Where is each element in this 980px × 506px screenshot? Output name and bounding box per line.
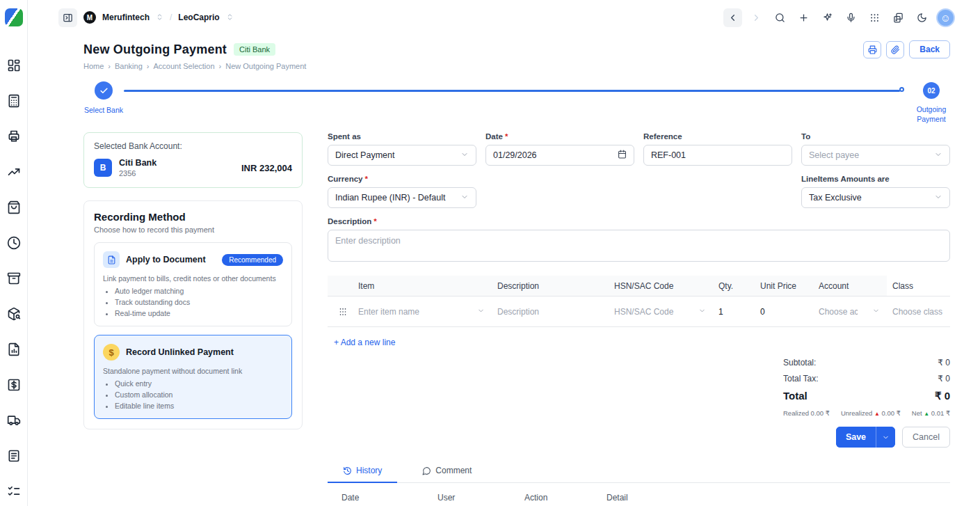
- net-value: 0.01 ₹: [931, 409, 950, 417]
- amounts-are-select[interactable]: Tax Exclusive: [801, 187, 950, 208]
- layout-dashboard-icon: [7, 58, 21, 72]
- org-switcher[interactable]: [156, 11, 163, 24]
- total-tax-label: Total Tax:: [783, 374, 818, 384]
- sidebar-item-history[interactable]: [6, 236, 22, 251]
- chevron-down-icon: [882, 434, 890, 441]
- breadcrumb-separator: ›: [147, 62, 150, 70]
- realized-label: Realized: [783, 409, 809, 417]
- spent-as-select[interactable]: Direct Payment: [328, 145, 476, 166]
- sidebar-item-archive[interactable]: [6, 271, 22, 287]
- create-new-button[interactable]: [794, 8, 813, 27]
- sidebar-item-purchases[interactable]: [6, 200, 22, 216]
- history-icon: [343, 466, 352, 475]
- print-button[interactable]: [863, 41, 881, 58]
- cancel-button[interactable]: Cancel: [902, 427, 950, 448]
- stepper-line-endpoint: [899, 87, 904, 92]
- spent-as-label: Spent as: [328, 132, 361, 141]
- to-label: To: [801, 132, 810, 141]
- org-avatar[interactable]: M: [83, 11, 96, 24]
- sidebar-item-dashboard[interactable]: [6, 58, 22, 74]
- date-value: 01/29/2026: [493, 150, 537, 160]
- calendar-icon[interactable]: [618, 150, 627, 161]
- sidebar-item-invoices[interactable]: [6, 129, 22, 145]
- app-logo[interactable]: [5, 8, 23, 26]
- option-apply-to-document[interactable]: Apply to Document Recommended Link payme…: [94, 242, 292, 326]
- search-icon: [775, 13, 785, 23]
- sidebar-item-payments[interactable]: [6, 378, 22, 393]
- workspace-switcher[interactable]: [226, 11, 234, 24]
- reference-input[interactable]: [651, 150, 785, 160]
- sidebar-item-logistics[interactable]: [6, 413, 22, 429]
- description-textarea[interactable]: [328, 230, 950, 262]
- nav-forward-button[interactable]: [747, 8, 766, 27]
- attachments-button[interactable]: [886, 41, 904, 58]
- org-name[interactable]: Merufintech: [102, 13, 150, 22]
- hsn-select[interactable]: HSN/SAC Code: [609, 307, 713, 317]
- item-description-input[interactable]: Description: [492, 307, 609, 317]
- apps-menu-button[interactable]: [865, 8, 884, 27]
- description-label: Description: [328, 217, 371, 226]
- wizard-stepper: Select Bank 02 Outgoing Payment: [83, 81, 951, 124]
- workspace-name[interactable]: LeoCaprio: [178, 13, 219, 22]
- option-record-unlinked-payment[interactable]: $ Record Unlinked Payment Standalone pay…: [94, 335, 292, 419]
- screenshots-button[interactable]: [889, 8, 908, 27]
- save-button[interactable]: Save: [836, 427, 876, 448]
- ai-assistant-button[interactable]: [818, 8, 837, 27]
- breadcrumb-current: New Outgoing Payment: [225, 62, 306, 70]
- moon-icon: [917, 13, 927, 23]
- sidebar-item-inventory[interactable]: [6, 307, 22, 322]
- qty-input[interactable]: 1: [713, 307, 755, 317]
- chevron-left-icon: [728, 13, 738, 23]
- add-line-link[interactable]: + Add a new line: [334, 338, 395, 347]
- nav-back-button[interactable]: [723, 8, 742, 27]
- tab-history[interactable]: History: [328, 466, 397, 483]
- tab-comment[interactable]: Comment: [407, 466, 487, 483]
- sidebar-item-calculator[interactable]: [6, 94, 22, 109]
- topbar: M Merufintech / LeoCaprio ☺: [28, 0, 980, 35]
- currency-select[interactable]: Indian Rupee (INR) - Default: [328, 187, 476, 208]
- up-triangle-green-icon: ▲: [924, 411, 929, 417]
- line-items-header: Item Description HSN/SAC Code Qty. Unit …: [328, 276, 950, 297]
- drag-handle[interactable]: [328, 307, 353, 317]
- payee-select[interactable]: Select payee: [801, 145, 950, 166]
- back-button[interactable]: Back: [909, 40, 950, 58]
- bullet: Custom allocation: [115, 390, 283, 399]
- currency-label: Currency: [328, 175, 363, 183]
- class-select[interactable]: Choose class: [887, 307, 950, 317]
- date-input[interactable]: 01/29/2026: [485, 145, 634, 166]
- chevron-down-icon: [698, 307, 706, 317]
- breadcrumb-account-selection[interactable]: Account Selection: [153, 62, 214, 70]
- step2-indicator[interactable]: 02: [923, 82, 940, 99]
- sidebar-item-tasks[interactable]: [6, 484, 22, 500]
- collapse-sidebar-button[interactable]: [58, 8, 77, 27]
- panel-toggle-icon: [63, 13, 73, 23]
- save-options-button[interactable]: [876, 427, 895, 448]
- breadcrumb-banking[interactable]: Banking: [115, 62, 143, 70]
- theme-toggle-button[interactable]: [913, 8, 931, 27]
- step1-indicator[interactable]: [95, 81, 113, 100]
- sidebar-item-reports[interactable]: [6, 165, 22, 180]
- grid-dots-icon: [869, 13, 880, 23]
- unrealized-label: Unrealized: [841, 409, 872, 417]
- breadcrumb-home[interactable]: Home: [83, 62, 104, 70]
- col-qty: Qty.: [713, 276, 755, 296]
- bank-name: Citi Bank: [119, 158, 156, 168]
- breadcrumb-separator: ›: [108, 62, 111, 70]
- check-icon: [99, 86, 109, 95]
- sidebar-nav: [6, 58, 22, 500]
- history-table-header: Date User Action Detail: [328, 483, 950, 506]
- date-label: Date: [485, 132, 503, 141]
- shopping-bag-icon: [7, 200, 21, 214]
- page-title: New Outgoing Payment: [83, 42, 227, 57]
- printer-icon: [868, 45, 877, 54]
- sidebar-item-documents[interactable]: [6, 342, 22, 358]
- item-select[interactable]: Enter item name: [353, 307, 492, 317]
- user-avatar[interactable]: ☺: [936, 8, 955, 27]
- account-select[interactable]: Choose account: [813, 307, 887, 317]
- unit-price-input[interactable]: 0: [755, 307, 813, 317]
- col-action: Action: [524, 493, 607, 503]
- voice-input-button[interactable]: [842, 8, 860, 27]
- fx-metrics: Realized 0.00 ₹ Unrealized ▲ 0.00 ₹ Net …: [783, 409, 950, 417]
- search-button[interactable]: [771, 8, 789, 27]
- sidebar-item-journal[interactable]: [6, 449, 22, 464]
